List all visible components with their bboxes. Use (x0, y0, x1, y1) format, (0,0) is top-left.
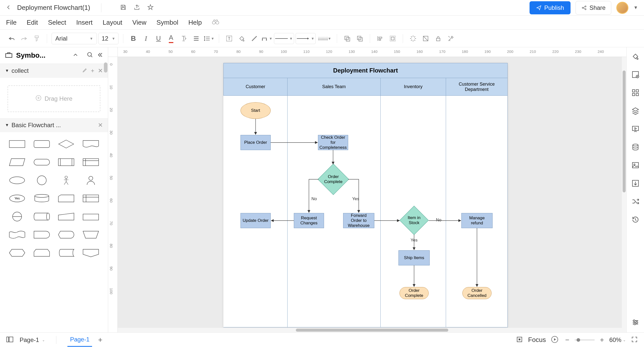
canvas[interactable]: 3040506070809010011012013014015016017018… (108, 47, 626, 332)
connector-style-button[interactable]: ▼ (261, 33, 272, 44)
canvas-vscrollbar[interactable] (622, 57, 626, 328)
arrow-style-select[interactable]: ▼ (296, 33, 316, 44)
shape-rectangle[interactable] (7, 137, 27, 151)
undo-button[interactable] (6, 33, 17, 44)
shape-process-alt[interactable] (81, 210, 101, 223)
save-icon[interactable] (120, 4, 127, 12)
page-select[interactable]: Page-1⌄ (20, 336, 45, 343)
star-icon[interactable] (147, 4, 154, 12)
shape-delay[interactable] (32, 228, 52, 241)
binoculars-icon[interactable] (212, 19, 219, 26)
font-color-button[interactable]: A (166, 33, 177, 44)
line-color-button[interactable] (249, 33, 260, 44)
properties-icon[interactable] (631, 71, 639, 80)
zoom-slider[interactable] (575, 339, 595, 340)
italic-button[interactable]: I (140, 33, 151, 44)
shape-manual-input[interactable] (56, 210, 76, 223)
node-check-order[interactable]: Check Order for Completeness (318, 135, 348, 150)
page-canvas[interactable]: Deployment Flowchart Customer Sales Team… (223, 63, 508, 327)
grid-icon[interactable] (631, 89, 639, 98)
zoom-in-button[interactable]: + (598, 336, 606, 344)
effects-button[interactable] (408, 33, 419, 44)
fill-color-button[interactable] (236, 33, 247, 44)
collect-section-header[interactable]: ▼ collect + ✕ (0, 64, 108, 78)
focus-button[interactable]: Focus (528, 336, 546, 344)
shape-yes-ellipse[interactable]: Yes (7, 192, 27, 205)
shape-stored-data[interactable] (56, 246, 76, 260)
font-family-select[interactable]: Arial▼ (52, 33, 97, 44)
shape-database[interactable] (32, 192, 52, 205)
close-icon[interactable]: ✕ (98, 67, 103, 74)
canvas-hscrollbar[interactable] (118, 328, 626, 332)
menu-help[interactable]: Help (188, 19, 202, 26)
document-title[interactable]: Deployment Flowchart(1) (17, 4, 90, 12)
history-icon[interactable] (631, 216, 639, 225)
collapse-sidebar-icon[interactable] (97, 52, 103, 59)
node-ship-items[interactable]: Ship Items (398, 250, 430, 265)
drag-here-zone[interactable]: Drag Here (8, 85, 100, 112)
menu-insert[interactable]: Insert (76, 19, 93, 26)
add-icon[interactable]: + (91, 67, 94, 74)
publish-button[interactable]: Publish (530, 1, 571, 14)
avatar[interactable] (616, 2, 628, 14)
menu-symbol[interactable]: Symbol (156, 19, 178, 26)
edit-icon[interactable] (82, 67, 87, 74)
shape-preparation[interactable] (7, 246, 27, 260)
node-request-changes[interactable]: Request Changes (294, 213, 324, 228)
flowchart-section-header[interactable]: ▼ Basic Flowchart ... ✕ (0, 118, 108, 132)
shape-circle[interactable] (32, 174, 52, 187)
node-order-complete-end[interactable]: Order Complete (399, 287, 429, 299)
shape-card[interactable] (56, 192, 76, 205)
data-icon[interactable] (631, 143, 639, 152)
shape-connector[interactable] (7, 210, 27, 223)
theme-icon[interactable] (631, 52, 639, 61)
node-place-order[interactable]: Place Order (240, 135, 271, 150)
line-style-select[interactable]: ▼ (274, 33, 294, 44)
group-button[interactable] (387, 33, 398, 44)
library-icon[interactable] (5, 52, 13, 59)
node-manage-refund[interactable]: Manage refund (461, 213, 493, 228)
text-box-button[interactable]: T (224, 33, 235, 44)
zoom-out-button[interactable]: − (564, 336, 571, 344)
shape-user[interactable] (81, 174, 101, 187)
search-icon[interactable] (87, 52, 93, 59)
node-order-complete-decision[interactable]: Order Complete (322, 168, 344, 190)
shape-actor[interactable] (56, 174, 76, 187)
flowchart-title[interactable]: Deployment Flowchart (223, 63, 508, 78)
shape-direct-data[interactable] (32, 210, 52, 223)
lane-header-inventory[interactable]: Inventory (381, 78, 446, 96)
sidebar-scrollbar[interactable] (104, 62, 107, 73)
send-back-button[interactable] (354, 33, 365, 44)
node-item-in-stock-decision[interactable]: Item in Stock (404, 210, 424, 231)
export-panel-icon[interactable] (631, 179, 639, 188)
menu-file[interactable]: File (6, 19, 17, 26)
node-order-cancelled[interactable]: Order Cancelled (462, 287, 492, 299)
shape-internal-storage[interactable] (81, 155, 101, 169)
collapse-up-icon[interactable] (73, 52, 78, 59)
lane-body-customer[interactable] (223, 96, 288, 327)
lane-body-sales[interactable] (288, 96, 381, 327)
redo-button[interactable] (19, 33, 30, 44)
share-button[interactable]: Share (576, 1, 611, 15)
tools-button[interactable] (445, 33, 456, 44)
fullscreen-icon[interactable] (631, 336, 638, 344)
play-icon[interactable] (551, 336, 558, 344)
line-weight-select[interactable]: ▼ (317, 33, 332, 44)
shape-display[interactable] (56, 228, 76, 241)
page-tab-1[interactable]: Page-1 (67, 333, 92, 347)
menu-select[interactable]: Select (48, 19, 66, 26)
outline-icon[interactable] (6, 336, 14, 344)
underline-button[interactable]: U (153, 33, 164, 44)
shuffle-icon[interactable] (631, 197, 639, 206)
add-page-button[interactable]: + (98, 336, 103, 344)
layers-icon[interactable] (631, 107, 639, 116)
menu-layout[interactable]: Layout (103, 19, 122, 26)
clear-format-button[interactable] (178, 33, 189, 44)
export-icon[interactable] (134, 4, 140, 12)
align-objects-button[interactable] (375, 33, 386, 44)
align-button[interactable] (191, 33, 202, 44)
node-update-order[interactable]: Update Order (240, 213, 271, 228)
shape-rounded-rect[interactable] (32, 137, 52, 151)
lane-header-service[interactable]: Customer Service Department (446, 78, 508, 96)
format-painter-button[interactable] (31, 33, 42, 44)
